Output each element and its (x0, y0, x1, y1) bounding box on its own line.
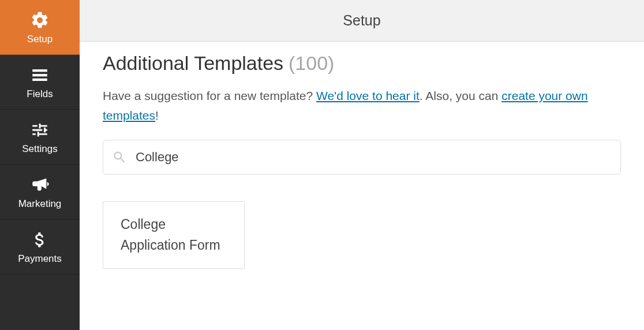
sidebar-item-setup[interactable]: Setup (0, 0, 80, 55)
sidebar-item-label: Marketing (18, 198, 62, 210)
heading-text: Additional Templates (103, 52, 283, 74)
bullhorn-icon (30, 175, 50, 195)
template-search-input[interactable] (103, 140, 621, 175)
template-card[interactable]: College Application Form (103, 201, 245, 269)
sidebar-item-label: Setup (27, 34, 53, 45)
section-description: Have a suggestion for a new template? We… (103, 86, 621, 125)
sliders-icon (30, 120, 50, 140)
page-header-title: Setup (343, 12, 380, 29)
dollar-icon (30, 230, 50, 250)
sidebar-item-label: Payments (18, 253, 62, 265)
search-wrap (103, 140, 621, 175)
header-bar: Setup (80, 0, 644, 42)
sidebar-item-label: Settings (22, 143, 57, 155)
main-area: Setup Additional Templates (100) Have a … (80, 0, 644, 330)
sidebar-item-payments[interactable]: Payments (0, 220, 80, 275)
desc-text-2: . Also, you can (420, 89, 501, 102)
sidebar-item-label: Fields (27, 88, 53, 100)
desc-text-1: Have a suggestion for a new template? (103, 89, 316, 102)
sidebar-item-settings[interactable]: Settings (0, 110, 80, 165)
content-panel: Additional Templates (100) Have a sugges… (80, 42, 644, 330)
suggestion-link[interactable]: We'd love to hear it (316, 89, 420, 102)
template-grid: College Application Form (103, 201, 621, 269)
list-icon (30, 65, 50, 85)
template-title: College Application Form (121, 214, 227, 255)
section-heading: Additional Templates (100) (103, 52, 621, 75)
sidebar-item-marketing[interactable]: Marketing (0, 165, 80, 220)
gear-icon (30, 10, 50, 30)
desc-text-3: ! (155, 109, 159, 122)
heading-count: (100) (289, 52, 334, 74)
search-icon (112, 150, 127, 165)
sidebar-item-fields[interactable]: Fields (0, 55, 80, 110)
sidebar: Setup Fields Settings Marketing Payments (0, 0, 80, 330)
